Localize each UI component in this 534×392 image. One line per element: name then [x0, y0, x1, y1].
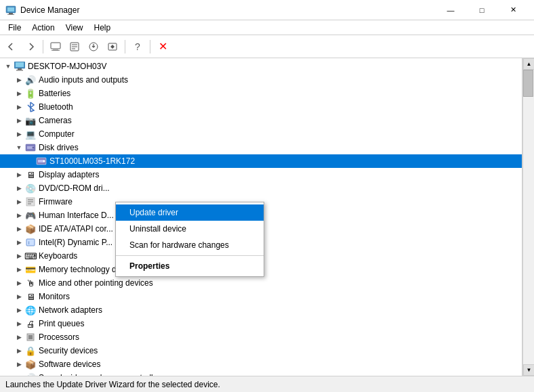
- scan-hardware-button[interactable]: [104, 38, 121, 56]
- firmware-icon: [24, 196, 37, 208]
- tree-item-mice[interactable]: ▶ 🖱 Mice and other pointing devices: [0, 276, 522, 290]
- toolbar: ? ✕: [0, 35, 534, 58]
- intel-label: Intel(R) Dynamic P...: [39, 238, 112, 247]
- tree-item-audio[interactable]: ▶ 🔊 Audio inputs and outputs: [0, 73, 522, 87]
- scrollbar[interactable]: ▲ ▼: [522, 58, 534, 376]
- ctx-scan-hardware[interactable]: Scan for hardware changes: [116, 237, 264, 253]
- tree-item-cameras[interactable]: ▶ 📷 Cameras: [0, 114, 522, 127]
- svg-point-22: [43, 160, 45, 162]
- tree-item-batteries[interactable]: ▶ 🔋 Batteries: [0, 87, 522, 100]
- diskdrives-icon: [24, 141, 37, 154]
- monitors-expand-icon[interactable]: ▶: [14, 291, 24, 302]
- scroll-up-button[interactable]: ▲: [523, 58, 534, 70]
- tree-item-computer[interactable]: ▶ 💻 Computer: [0, 127, 522, 141]
- sound-label: Sound, video and game controllers: [39, 373, 164, 376]
- tree-item-print[interactable]: ▶ 🖨 Print queues: [0, 317, 522, 330]
- root-expand-icon[interactable]: ▼: [3, 61, 14, 72]
- tree-item-diskdrives[interactable]: ▼ Disk drives: [0, 141, 522, 154]
- hid-label: Human Interface D...: [39, 211, 114, 220]
- toolbar-sep1: [43, 40, 43, 53]
- ctx-update-driver[interactable]: Update driver: [116, 204, 264, 221]
- network-label: Network adapters: [39, 305, 102, 315]
- tree-item-software[interactable]: ▶ 📦 Software devices: [0, 357, 522, 371]
- computer-button[interactable]: [47, 38, 64, 56]
- root-label: DESKTOP-MJOH03V: [28, 62, 106, 71]
- proc-expand-icon[interactable]: ▶: [14, 332, 24, 343]
- display-expand-icon[interactable]: ▶: [14, 169, 24, 180]
- scroll-down-button[interactable]: ▼: [523, 364, 534, 376]
- memory-icon: 💳: [24, 263, 37, 276]
- dvd-expand-icon[interactable]: ▶: [14, 183, 24, 194]
- intel-expand-icon[interactable]: ▶: [14, 237, 24, 248]
- proc-icon: [24, 331, 37, 343]
- firmware-expand-icon[interactable]: ▶: [14, 196, 24, 207]
- scroll-track[interactable]: [523, 70, 534, 364]
- help-button[interactable]: ?: [129, 38, 146, 56]
- sound-expand-icon[interactable]: ▶: [14, 372, 24, 376]
- bluetooth-expand-icon[interactable]: ▶: [14, 102, 24, 112]
- window-title: Device Manager: [20, 5, 435, 15]
- svg-rect-16: [16, 70, 23, 71]
- back-button[interactable]: [3, 38, 20, 56]
- close-button[interactable]: ✕: [497, 0, 529, 20]
- forward-button[interactable]: [22, 38, 39, 56]
- ide-icon: 📦: [24, 223, 37, 235]
- network-expand-icon[interactable]: ▶: [14, 305, 24, 315]
- toolbar-sep2: [125, 40, 125, 53]
- tree-item-st1000[interactable]: ▶ ST1000LM035-1RK172: [0, 154, 522, 168]
- update-driver-button[interactable]: [85, 38, 102, 56]
- root-computer-icon: [14, 60, 26, 72]
- firmware-label: Firmware: [39, 197, 73, 206]
- st1000-label: ST1000LM035-1RK172: [49, 156, 135, 166]
- tree-item-proc[interactable]: ▶ Processors: [0, 330, 522, 344]
- menu-file[interactable]: File: [3, 22, 26, 34]
- diskdrives-expand-icon[interactable]: ▼: [14, 142, 24, 153]
- tree-item-dvd[interactable]: ▶ 💿 DVD/CD-ROM dri...: [0, 181, 522, 195]
- tree-item-security[interactable]: ▶ 🔒 Security devices: [0, 344, 522, 357]
- ide-expand-icon[interactable]: ▶: [14, 223, 24, 234]
- ctx-properties[interactable]: Properties: [116, 258, 264, 274]
- batteries-label: Batteries: [39, 89, 70, 98]
- audio-expand-icon[interactable]: ▶: [14, 74, 24, 85]
- svg-rect-4: [51, 43, 60, 49]
- tree-item-bluetooth[interactable]: ▶ Bluetooth: [0, 100, 522, 114]
- tree-item-sound[interactable]: ▶ 🔊 Sound, video and game controllers: [0, 371, 522, 376]
- software-icon: 📦: [24, 358, 37, 370]
- ctx-uninstall-device[interactable]: Uninstall device: [116, 221, 264, 237]
- tree-item-network[interactable]: ▶ 🌐 Network adapters: [0, 303, 522, 317]
- keyboards-expand-icon[interactable]: ▶: [14, 251, 24, 261]
- intel-icon: i: [24, 236, 37, 248]
- proc-label: Processors: [39, 332, 79, 342]
- computer-expand-icon[interactable]: ▶: [14, 129, 24, 139]
- scroll-thumb[interactable]: [523, 70, 533, 97]
- hid-expand-icon[interactable]: ▶: [14, 210, 24, 221]
- print-expand-icon[interactable]: ▶: [14, 318, 24, 329]
- menu-help[interactable]: Help: [89, 22, 117, 34]
- audio-label: Audio inputs and outputs: [39, 75, 128, 85]
- cameras-expand-icon[interactable]: ▶: [14, 115, 24, 126]
- computer-icon: 💻: [24, 128, 37, 140]
- memory-expand-icon[interactable]: ▶: [14, 264, 24, 275]
- print-icon: 🖨: [24, 318, 37, 330]
- cameras-label: Cameras: [39, 116, 72, 125]
- tree-root[interactable]: ▼ DESKTOP-MJOH03V: [0, 60, 522, 73]
- mice-expand-icon[interactable]: ▶: [14, 278, 24, 288]
- minimize-button[interactable]: —: [435, 0, 466, 20]
- batteries-expand-icon[interactable]: ▶: [14, 88, 24, 99]
- maximize-button[interactable]: □: [466, 0, 497, 20]
- svg-rect-5: [53, 49, 58, 50]
- software-expand-icon[interactable]: ▶: [14, 359, 24, 370]
- svg-rect-15: [18, 68, 22, 70]
- sound-icon: 🔊: [24, 372, 37, 376]
- security-expand-icon[interactable]: ▶: [14, 345, 24, 356]
- properties-button[interactable]: [66, 38, 83, 56]
- display-label: Display adapters: [39, 170, 99, 179]
- tree-item-display[interactable]: ▶ 🖥 Display adapters: [0, 168, 522, 181]
- keyboards-label: Keyboards: [39, 251, 77, 261]
- menu-view[interactable]: View: [60, 22, 89, 34]
- remove-button[interactable]: ✕: [154, 38, 171, 56]
- menu-action[interactable]: Action: [26, 22, 60, 34]
- hid-icon: 🎮: [24, 209, 37, 221]
- ctx-separator: [116, 255, 264, 256]
- tree-item-monitors[interactable]: ▶ 🖥 Monitors: [0, 290, 522, 303]
